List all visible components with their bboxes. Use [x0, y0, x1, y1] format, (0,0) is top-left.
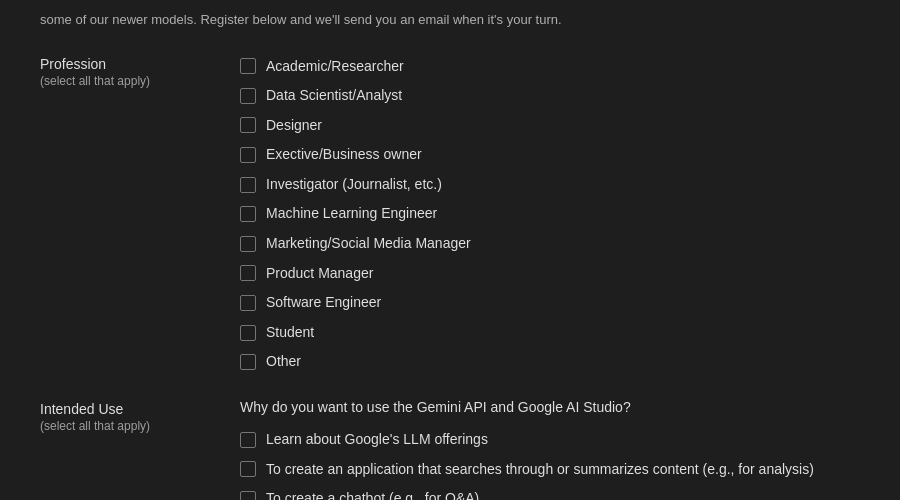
profession-checkbox-box-7[interactable] [240, 265, 256, 281]
profession-checkbox-label-7: Product Manager [266, 264, 373, 284]
intended-use-inner: Intended Use (select all that apply) Why… [40, 399, 860, 500]
intended-use-checkbox-list: Learn about Google's LLM offerings To cr… [240, 427, 860, 500]
intended-use-title: Intended Use [40, 401, 240, 417]
profession-checkbox-label-10: Other [266, 352, 301, 372]
intended-use-checkbox-item[interactable]: To create a chatbot (e.g., for Q&A) [240, 486, 860, 500]
profession-subtitle: (select all that apply) [40, 74, 240, 88]
profession-checkbox-item[interactable]: Investigator (Journalist, etc.) [240, 172, 860, 198]
profession-checkbox-item[interactable]: Software Engineer [240, 290, 860, 316]
profession-section: Profession (select all that apply) Acade… [0, 46, 900, 392]
profession-checkbox-item[interactable]: Machine Learning Engineer [240, 201, 860, 227]
intended-use-question: Why do you want to use the Gemini API an… [240, 399, 860, 415]
profession-checkbox-item[interactable]: Exective/Business owner [240, 142, 860, 168]
profession-checkbox-label-5: Machine Learning Engineer [266, 204, 437, 224]
intended-use-checkbox-box-2[interactable] [240, 491, 256, 500]
profession-checkbox-label-6: Marketing/Social Media Manager [266, 234, 471, 254]
profession-checkbox-item[interactable]: Student [240, 320, 860, 346]
intended-use-checkbox-label-2: To create a chatbot (e.g., for Q&A) [266, 489, 479, 500]
intended-use-section: Intended Use (select all that apply) Why… [0, 391, 900, 500]
profession-checkbox-label-8: Software Engineer [266, 293, 381, 313]
profession-checkbox-box-2[interactable] [240, 117, 256, 133]
intended-use-checkbox-label-1: To create an application that searches t… [266, 460, 814, 480]
profession-title: Profession [40, 56, 240, 72]
profession-checkbox-item[interactable]: Other [240, 349, 860, 375]
intended-use-subtitle: (select all that apply) [40, 419, 240, 433]
profession-checkbox-item[interactable]: Product Manager [240, 261, 860, 287]
intended-use-checkbox-item[interactable]: To create an application that searches t… [240, 457, 860, 483]
profession-checkbox-box-10[interactable] [240, 354, 256, 370]
profession-checkbox-label-1: Data Scientist/Analyst [266, 86, 402, 106]
profession-checkbox-label-2: Designer [266, 116, 322, 136]
profession-checkbox-label-3: Exective/Business owner [266, 145, 422, 165]
profession-checkbox-box-8[interactable] [240, 295, 256, 311]
profession-checkbox-item[interactable]: Academic/Researcher [240, 54, 860, 80]
profession-checkbox-list: Academic/Researcher Data Scientist/Analy… [240, 54, 860, 376]
profession-checkbox-label-4: Investigator (Journalist, etc.) [266, 175, 442, 195]
profession-checkbox-item[interactable]: Marketing/Social Media Manager [240, 231, 860, 257]
profession-checkbox-box-3[interactable] [240, 147, 256, 163]
profession-label-area: Profession (select all that apply) [40, 54, 240, 376]
intended-use-checkbox-box-0[interactable] [240, 432, 256, 448]
profession-checkbox-box-1[interactable] [240, 88, 256, 104]
profession-checkbox-box-9[interactable] [240, 325, 256, 341]
profession-checkbox-box-0[interactable] [240, 58, 256, 74]
page-container: some of our newer models. Register below… [0, 0, 900, 500]
profession-checkbox-box-5[interactable] [240, 206, 256, 222]
top-banner: some of our newer models. Register below… [0, 0, 900, 46]
intended-use-label-area: Intended Use (select all that apply) [40, 399, 240, 500]
profession-checkbox-label-9: Student [266, 323, 314, 343]
profession-checkbox-item[interactable]: Data Scientist/Analyst [240, 83, 860, 109]
intended-use-checkbox-label-0: Learn about Google's LLM offerings [266, 430, 488, 450]
banner-text: some of our newer models. Register below… [40, 12, 562, 27]
profession-checkbox-label-0: Academic/Researcher [266, 57, 404, 77]
profession-checkbox-item[interactable]: Designer [240, 113, 860, 139]
intended-use-checkbox-box-1[interactable] [240, 461, 256, 477]
profession-checkbox-box-6[interactable] [240, 236, 256, 252]
intended-use-checkbox-item[interactable]: Learn about Google's LLM offerings [240, 427, 860, 453]
intended-use-checkbox-area: Why do you want to use the Gemini API an… [240, 399, 860, 500]
profession-checkbox-box-4[interactable] [240, 177, 256, 193]
